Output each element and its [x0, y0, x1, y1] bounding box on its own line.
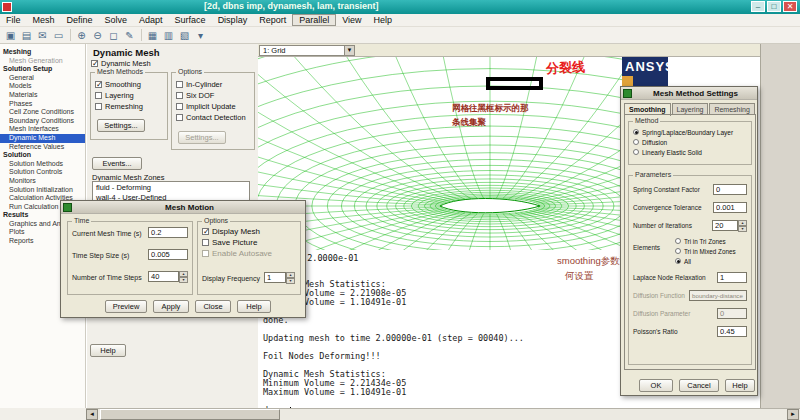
iterations-spinner[interactable] — [738, 220, 747, 231]
surfaces-icon[interactable]: ▥ — [161, 28, 176, 42]
tree-item-solution-initialization[interactable]: Solution Initialization — [0, 186, 85, 195]
tree-item-solution-methods[interactable]: Solution Methods — [0, 160, 85, 169]
close-dialog-button[interactable]: Close — [195, 300, 231, 313]
save-picture-checkbox[interactable] — [202, 239, 209, 246]
ok-button[interactable]: OK — [639, 379, 673, 392]
display-frequency-input[interactable]: 1 — [264, 272, 286, 283]
number-of-iterations-input[interactable]: 20 — [712, 220, 738, 231]
tree-item-meshing[interactable]: Meshing — [0, 48, 85, 57]
remeshing-checkbox[interactable] — [95, 103, 102, 110]
print-icon[interactable]: ▭ — [51, 28, 66, 42]
save-picture-checkbox-row[interactable]: Save Picture — [198, 237, 300, 248]
six-dof-checkbox[interactable] — [176, 92, 183, 99]
cancel-button[interactable]: Cancel — [679, 379, 719, 392]
dynamic-mesh-checkbox[interactable] — [91, 60, 98, 67]
menu-report[interactable]: Report — [253, 14, 292, 26]
tree-item-cell-zone-conditions[interactable]: Cell Zone Conditions — [0, 108, 85, 117]
tree-item-boundary-conditions[interactable]: Boundary Conditions — [0, 117, 85, 126]
tree-item-reference-values[interactable]: Reference Values — [0, 143, 85, 152]
contact-detection-checkbox-row[interactable]: Contact Detection — [172, 112, 254, 123]
tri-in-tri-zones-radio[interactable] — [675, 238, 681, 244]
tree-item-phases[interactable]: Phases — [0, 100, 85, 109]
tree-item-dynamic-mesh[interactable]: Dynamic Mesh — [0, 134, 85, 143]
annotate-icon[interactable]: ✎ — [122, 28, 137, 42]
remeshing-checkbox-row[interactable]: Remeshing — [91, 101, 167, 112]
layering-checkbox-row[interactable]: Layering — [91, 90, 167, 101]
zoom-out-icon[interactable]: ⊖ — [90, 28, 105, 42]
scroll-left-arrow[interactable]: ◄ — [86, 409, 98, 420]
menu-display[interactable]: Display — [212, 14, 254, 26]
layering-checkbox[interactable] — [95, 92, 102, 99]
time-step-size-input[interactable]: 0.005 — [148, 249, 188, 260]
smoothing-checkbox[interactable] — [95, 81, 102, 88]
tree-item-models[interactable]: Models — [0, 82, 85, 91]
settings-help-button[interactable]: Help — [725, 379, 755, 392]
laplace-node-relaxation-input[interactable]: 1 — [717, 272, 747, 283]
mail-icon[interactable]: ✉ — [35, 28, 50, 42]
spring-method-radio[interactable] — [633, 129, 639, 135]
mesh-method-settings-titlebar[interactable]: Mesh Method Settings — [621, 87, 757, 100]
maximize-button[interactable]: □ — [767, 1, 781, 12]
menu-file[interactable]: File — [0, 14, 27, 26]
mesh-motion-help-button[interactable]: Help — [237, 300, 271, 313]
number-of-time-steps-input[interactable]: 40 — [148, 271, 179, 282]
diffusion-method-radio[interactable] — [633, 139, 639, 145]
menu-view[interactable]: View — [336, 14, 367, 26]
all-elements-radio-row[interactable]: All — [671, 256, 691, 266]
mesh-motion-titlebar[interactable]: Mesh Motion — [61, 201, 305, 214]
fit-view-icon[interactable]: ◻ — [106, 28, 121, 42]
events-button[interactable]: Events... — [92, 157, 142, 170]
time-steps-spinner[interactable] — [179, 271, 188, 282]
task-page-help-button[interactable]: Help — [90, 344, 126, 357]
in-cylinder-checkbox-row[interactable]: In-Cylinder — [172, 79, 254, 90]
scrollbar-thumb[interactable] — [100, 409, 280, 420]
elastic-method-radio-row[interactable]: Linearly Elastic Solid — [629, 147, 751, 157]
convergence-tolerance-input[interactable]: 0.001 — [713, 202, 747, 213]
tree-item-solution[interactable]: Solution — [0, 151, 85, 160]
spring-method-radio-row[interactable]: Spring/Laplace/Boundary Layer — [629, 127, 751, 137]
smoothing-checkbox-row[interactable]: Smoothing — [91, 79, 167, 90]
tree-item-mesh-interfaces[interactable]: Mesh Interfaces — [0, 125, 85, 134]
display-frequency-spinner[interactable] — [286, 272, 295, 283]
close-button[interactable]: ✕ — [783, 1, 797, 12]
mesh-methods-settings-button[interactable]: Settings... — [97, 119, 145, 132]
minimize-button[interactable]: – — [751, 1, 765, 12]
open-icon[interactable]: ▤ — [19, 28, 34, 42]
tri-in-tri-zones-radio-row[interactable]: Tri in Tri Zones — [671, 236, 726, 246]
menu-mesh[interactable]: Mesh — [27, 14, 61, 26]
tree-item-materials[interactable]: Materials — [0, 91, 85, 100]
all-elements-radio[interactable] — [675, 258, 681, 264]
implicit-update-checkbox[interactable] — [176, 103, 183, 110]
diffusion-method-radio-row[interactable]: Diffusion — [629, 137, 751, 147]
grid-display-icon[interactable]: ▦ — [145, 28, 160, 42]
menu-surface[interactable]: Surface — [169, 14, 212, 26]
menu-help[interactable]: Help — [368, 14, 399, 26]
scroll-right-arrow[interactable]: ► — [787, 409, 799, 420]
spring-constant-input[interactable]: 0 — [713, 184, 747, 195]
save-icon[interactable]: ▣ — [3, 28, 18, 42]
menu-define[interactable]: Define — [61, 14, 99, 26]
menu-solve[interactable]: Solve — [99, 14, 134, 26]
view-selector[interactable]: 1: Grid ▼ — [259, 45, 355, 56]
poissons-ratio-input[interactable]: 0.45 — [717, 326, 747, 337]
mesh-display[interactable]: 分裂线 网格往黑框标示的那 条线集聚 — [258, 57, 668, 250]
contact-detection-checkbox[interactable] — [176, 114, 183, 121]
tri-in-mixed-zones-radio[interactable] — [675, 248, 681, 254]
elastic-method-radio[interactable] — [633, 149, 639, 155]
display-mesh-checkbox-row[interactable]: Display Mesh — [198, 226, 300, 237]
tri-in-mixed-zones-radio-row[interactable]: Tri in Mixed Zones — [671, 246, 736, 256]
six-dof-checkbox-row[interactable]: Six DOF — [172, 90, 254, 101]
apply-button[interactable]: Apply — [153, 300, 189, 313]
implicit-update-checkbox-row[interactable]: Implicit Update — [172, 101, 254, 112]
more-dropdown-icon[interactable]: ▾ — [193, 28, 208, 42]
tree-item-mesh-generation[interactable]: Mesh Generation — [0, 57, 85, 66]
current-mesh-time-input[interactable]: 0.2 — [148, 227, 188, 238]
tree-item-solution-setup[interactable]: Solution Setup — [0, 65, 85, 74]
tree-item-general[interactable]: General — [0, 74, 85, 83]
tree-item-monitors[interactable]: Monitors — [0, 177, 85, 186]
preview-button[interactable]: Preview — [105, 300, 147, 313]
horizontal-scrollbar[interactable]: ◄ ► — [86, 408, 800, 420]
zoom-in-icon[interactable]: ⊕ — [74, 28, 89, 42]
display-mesh-checkbox[interactable] — [202, 228, 209, 235]
chevron-down-icon[interactable]: ▼ — [344, 46, 354, 55]
